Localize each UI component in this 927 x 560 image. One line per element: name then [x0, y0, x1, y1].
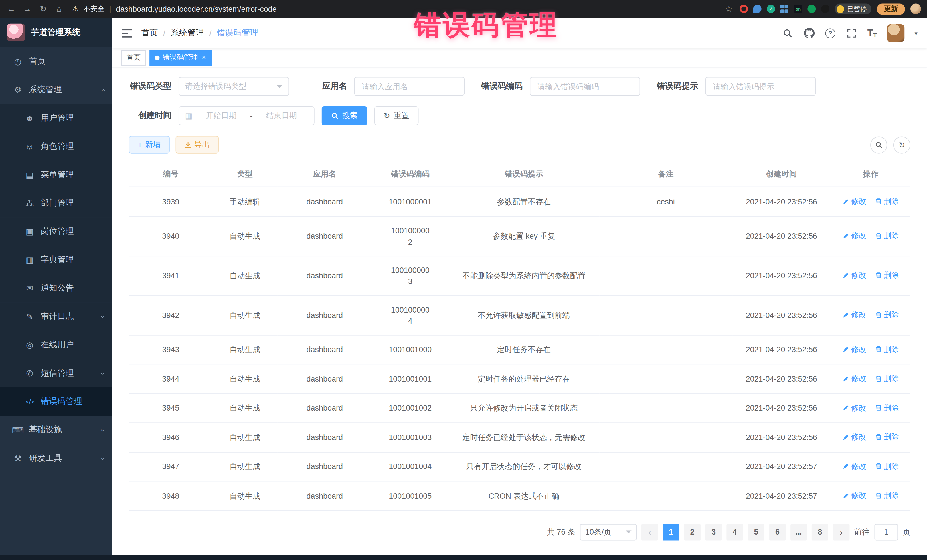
delete-link[interactable]: 删除: [875, 230, 899, 241]
content: 错误码类型 请选择错误码类型 应用名 错误码编码: [112, 67, 927, 555]
extension-icon-green[interactable]: ✓: [767, 5, 775, 13]
browser-home-icon[interactable]: ⌂: [54, 4, 64, 14]
delete-link[interactable]: 删除: [875, 460, 899, 472]
sidebar-item-posts[interactable]: ▣岗位管理: [0, 217, 112, 246]
bookmark-star-icon[interactable]: ☆: [723, 4, 734, 14]
sidebar-item-infrastructure[interactable]: ⌨基础设施›: [0, 416, 112, 444]
page-ellipsis[interactable]: ...: [790, 524, 807, 540]
address-bar[interactable]: ⚠ 不安全 | dashboard.yudao.iocoder.cn/syste…: [72, 4, 277, 14]
fullscreen-icon[interactable]: [845, 27, 857, 39]
browser-profile-avatar[interactable]: [910, 3, 921, 14]
sidebar-toggle-icon[interactable]: [122, 29, 132, 37]
page-button-2[interactable]: 2: [684, 524, 701, 540]
page-button-5[interactable]: 5: [748, 524, 764, 540]
active-tab-dot: [155, 55, 160, 60]
sidebar-item-users[interactable]: ☻用户管理: [0, 104, 112, 132]
export-button[interactable]: 导出: [175, 136, 219, 153]
sidebar-item-system[interactable]: ⚙系统管理›: [0, 76, 112, 104]
search-icon[interactable]: [781, 27, 793, 39]
page-button-3[interactable]: 3: [705, 524, 722, 540]
sidebar-item-dicts[interactable]: ▥字典管理: [0, 246, 112, 274]
tab-home[interactable]: 首页: [121, 50, 146, 65]
delete-link[interactable]: 删除: [875, 196, 899, 207]
edit-link[interactable]: 修改: [842, 309, 866, 320]
sidebar-item-audit-logs[interactable]: ✎审计日志›: [0, 302, 112, 331]
extension-icon-grid[interactable]: [780, 5, 789, 13]
user-avatar[interactable]: [887, 24, 904, 42]
edit-link[interactable]: 修改: [842, 269, 866, 281]
browser-reload-icon[interactable]: ↻: [38, 4, 49, 14]
extension-icon-leaf[interactable]: [807, 5, 816, 13]
page-size-select[interactable]: 10条/页: [580, 524, 637, 540]
reset-button[interactable]: ↻ 重置: [374, 106, 418, 125]
delete-link[interactable]: 删除: [875, 490, 899, 501]
page-button-1[interactable]: 1: [663, 524, 679, 540]
sidebar-item-online-users[interactable]: ◎在线用户: [0, 331, 112, 359]
edit-link[interactable]: 修改: [842, 230, 866, 241]
tab-label: 首页: [127, 52, 141, 62]
next-page-button[interactable]: ›: [833, 524, 849, 540]
delete-link[interactable]: 删除: [875, 269, 899, 281]
page-button-8[interactable]: 8: [812, 524, 828, 540]
font-size-icon[interactable]: TT: [868, 28, 877, 38]
sidebar-item-menus[interactable]: ▤菜单管理: [0, 161, 112, 189]
help-icon[interactable]: ?: [825, 28, 836, 38]
edit-link[interactable]: 修改: [842, 402, 866, 413]
page-button-6[interactable]: 6: [769, 524, 786, 540]
refresh-table-button[interactable]: ↻: [894, 136, 910, 153]
delete-link[interactable]: 删除: [875, 373, 899, 384]
search-button[interactable]: 搜索: [322, 106, 368, 125]
edit-link[interactable]: 修改: [842, 373, 866, 384]
page-button-4[interactable]: 4: [726, 524, 743, 540]
extension-icon-knot[interactable]: [821, 5, 830, 13]
tab-error-code[interactable]: 错误码管理×: [149, 50, 211, 65]
date-range-picker[interactable]: ▦ 开始日期 - 结束日期: [179, 106, 315, 125]
browser-forward-icon[interactable]: →: [22, 4, 32, 14]
code-line: 4: [374, 315, 446, 326]
goto-page-input[interactable]: [874, 524, 898, 540]
sidebar-item-dev-tools[interactable]: ⚒研发工具›: [0, 444, 112, 472]
edit-link[interactable]: 修改: [842, 344, 866, 355]
error-code-input[interactable]: [530, 77, 640, 96]
error-hint-input[interactable]: [705, 77, 816, 96]
edit-link[interactable]: 修改: [842, 196, 866, 207]
add-button[interactable]: + 新增: [129, 136, 169, 153]
sidebar-item-home[interactable]: ◷首页: [0, 47, 112, 76]
prev-page-button[interactable]: ‹: [641, 524, 658, 540]
edit-link[interactable]: 修改: [842, 490, 866, 501]
toggle-search-button[interactable]: [870, 136, 887, 153]
security-warning-label: 不安全: [83, 4, 105, 14]
delete-link[interactable]: 删除: [875, 344, 899, 355]
delete-link[interactable]: 删除: [875, 431, 899, 442]
close-tab-icon[interactable]: ×: [202, 53, 206, 62]
delete-link[interactable]: 删除: [875, 402, 899, 413]
browser-update-button[interactable]: 更新: [877, 3, 905, 14]
cell-app: dashboard: [277, 393, 372, 423]
sidebar-item-notices[interactable]: ✉通知公告: [0, 274, 112, 302]
sidebar-item-departments[interactable]: ⁂部门管理: [0, 189, 112, 217]
extension-icon-red[interactable]: [740, 5, 748, 13]
delete-link[interactable]: 删除: [875, 309, 899, 320]
extension-icon-blue[interactable]: [753, 5, 761, 13]
app-logo[interactable]: 芋道管理系统: [0, 18, 112, 47]
extension-paused-badge[interactable]: 已暂停: [835, 3, 872, 14]
sidebar-item-sms[interactable]: ✆短信管理›: [0, 359, 112, 387]
cell-id: 3944: [129, 364, 213, 393]
app-name-input[interactable]: [354, 77, 465, 96]
browser-back-icon[interactable]: ←: [6, 4, 17, 14]
avatar-caret-icon[interactable]: ▾: [915, 30, 917, 36]
plus-icon: +: [138, 140, 142, 149]
cell-remark: [599, 335, 732, 364]
sidebar-item-roles[interactable]: ☺角色管理: [0, 132, 112, 161]
cell-actions: 修改删除: [831, 256, 910, 295]
github-icon[interactable]: [804, 27, 815, 39]
bottom-strip: [0, 555, 927, 560]
sidebar-item-error-codes[interactable]: </>错误码管理: [0, 387, 112, 416]
edit-link[interactable]: 修改: [842, 460, 866, 472]
refresh-icon: ↻: [384, 111, 390, 120]
extension-icon-on[interactable]: on: [794, 5, 802, 13]
edit-link[interactable]: 修改: [842, 431, 866, 442]
tools-icon: ⚒: [12, 454, 23, 463]
error-type-select[interactable]: 请选择错误码类型: [179, 77, 289, 96]
breadcrumb-home[interactable]: 首页: [141, 28, 158, 38]
